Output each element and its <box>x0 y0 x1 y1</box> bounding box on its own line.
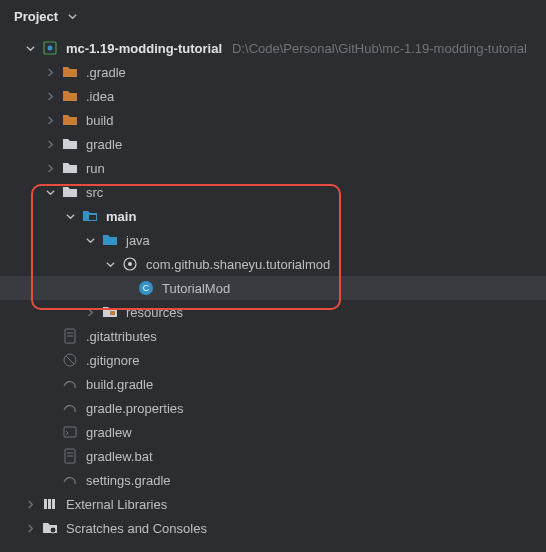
folder-label: gradle <box>86 137 122 152</box>
folder-label: .gradle <box>86 65 126 80</box>
svg-rect-13 <box>64 427 76 437</box>
tree-item-build-gradle[interactable]: build.gradle <box>0 372 546 396</box>
file-label: build.gradle <box>86 377 153 392</box>
file-label: settings.gradle <box>86 473 171 488</box>
folder-icon <box>62 64 78 80</box>
class-icon: C <box>138 280 154 296</box>
file-icon <box>62 352 78 368</box>
file-label: gradlew <box>86 425 132 440</box>
chevron-right-icon[interactable] <box>22 496 38 512</box>
resources-folder-icon <box>102 304 118 320</box>
tree-item-external-libraries[interactable]: External Libraries <box>0 492 546 516</box>
panel-header[interactable]: Project <box>0 0 546 32</box>
tree-item-gradle[interactable]: gradle <box>0 132 546 156</box>
tree-item-build[interactable]: build <box>0 108 546 132</box>
chevron-right-icon[interactable] <box>22 520 38 536</box>
chevron-right-icon[interactable] <box>42 88 58 104</box>
tree-item-src[interactable]: src <box>0 180 546 204</box>
scratches-icon <box>42 520 58 536</box>
chevron-right-icon[interactable] <box>42 64 58 80</box>
folder-icon <box>62 88 78 104</box>
svg-point-20 <box>50 527 56 533</box>
module-source-icon <box>82 208 98 224</box>
chevron-right-icon[interactable] <box>42 160 58 176</box>
tree-item-package[interactable]: com.github.shaneyu.tutorialmod <box>0 252 546 276</box>
chevron-right-icon[interactable] <box>42 112 58 128</box>
folder-icon <box>62 160 78 176</box>
folder-label: run <box>86 161 105 176</box>
tree-item-gradlew[interactable]: gradlew <box>0 420 546 444</box>
tree-item-gradle-properties[interactable]: gradle.properties <box>0 396 546 420</box>
tree-item-scratches[interactable]: Scratches and Consoles <box>0 516 546 540</box>
svg-text:C: C <box>143 283 150 293</box>
chevron-down-icon[interactable] <box>22 40 38 56</box>
tree-item-resources[interactable]: resources <box>0 300 546 324</box>
chevron-down-icon <box>64 8 80 24</box>
svg-rect-7 <box>110 311 115 315</box>
gradle-icon <box>62 400 78 416</box>
file-icon <box>62 328 78 344</box>
file-label: .gitignore <box>86 353 139 368</box>
svg-line-12 <box>66 356 74 364</box>
chevron-right-icon[interactable] <box>82 304 98 320</box>
tree-item-dot-gradle[interactable]: .gradle <box>0 60 546 84</box>
svg-point-1 <box>48 46 53 51</box>
file-icon <box>62 448 78 464</box>
file-label: gradlew.bat <box>86 449 153 464</box>
svg-rect-2 <box>89 215 96 220</box>
folder-icon <box>62 112 78 128</box>
source-folder-icon <box>102 232 118 248</box>
folder-label: main <box>106 209 136 224</box>
tree-item-gitattributes[interactable]: .gitattributes <box>0 324 546 348</box>
panel-title: Project <box>14 9 58 24</box>
tree-item-dot-idea[interactable]: .idea <box>0 84 546 108</box>
folder-label: .idea <box>86 89 114 104</box>
libraries-icon <box>42 496 58 512</box>
shell-file-icon <box>62 424 78 440</box>
chevron-down-icon[interactable] <box>42 184 58 200</box>
project-name: mc-1.19-modding-tutorial <box>66 41 222 56</box>
chevron-down-icon[interactable] <box>102 256 118 272</box>
chevron-down-icon[interactable] <box>62 208 78 224</box>
tree-item-run[interactable]: run <box>0 156 546 180</box>
item-label: External Libraries <box>66 497 167 512</box>
svg-point-4 <box>128 262 132 266</box>
folder-label: resources <box>126 305 183 320</box>
tree-item-settings-gradle[interactable]: settings.gradle <box>0 468 546 492</box>
file-label: .gitattributes <box>86 329 157 344</box>
folder-label: build <box>86 113 113 128</box>
chevron-right-icon[interactable] <box>42 136 58 152</box>
tree-item-gitignore[interactable]: .gitignore <box>0 348 546 372</box>
tree-item-main[interactable]: main <box>0 204 546 228</box>
project-tree: mc-1.19-modding-tutorial D:\Code\Persona… <box>0 32 546 540</box>
gradle-icon <box>62 472 78 488</box>
tree-item-gradlew-bat[interactable]: gradlew.bat <box>0 444 546 468</box>
package-icon <box>122 256 138 272</box>
svg-rect-19 <box>52 499 55 509</box>
gradle-icon <box>62 376 78 392</box>
package-label: com.github.shaneyu.tutorialmod <box>146 257 330 272</box>
module-icon <box>42 40 58 56</box>
chevron-down-icon[interactable] <box>82 232 98 248</box>
tree-item-project-root[interactable]: mc-1.19-modding-tutorial D:\Code\Persona… <box>0 36 546 60</box>
svg-rect-18 <box>48 499 51 509</box>
class-label: TutorialMod <box>162 281 230 296</box>
tree-item-class-tutorialmod[interactable]: C TutorialMod <box>0 276 546 300</box>
folder-icon <box>62 136 78 152</box>
folder-label: java <box>126 233 150 248</box>
project-path: D:\Code\Personal\GitHub\mc-1.19-modding-… <box>232 41 527 56</box>
item-label: Scratches and Consoles <box>66 521 207 536</box>
file-label: gradle.properties <box>86 401 184 416</box>
tree-item-java[interactable]: java <box>0 228 546 252</box>
folder-icon <box>62 184 78 200</box>
folder-label: src <box>86 185 103 200</box>
svg-rect-17 <box>44 499 47 509</box>
